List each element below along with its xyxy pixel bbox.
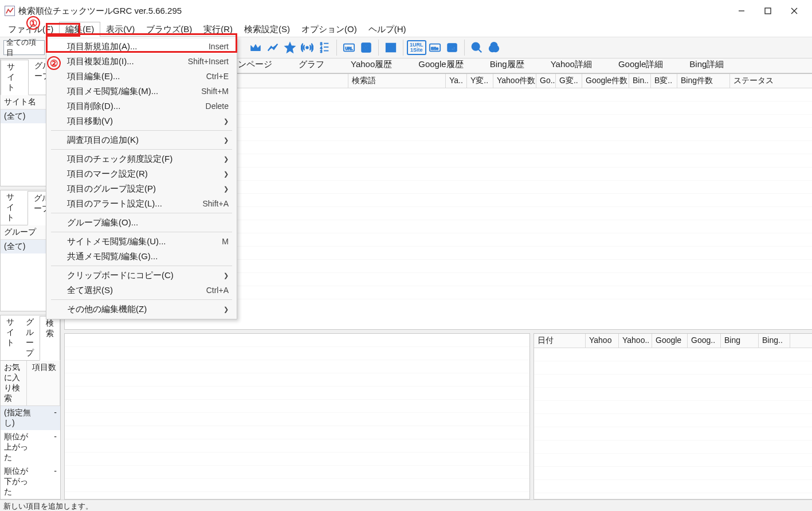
list-item-label: 順位が上がった (4, 432, 34, 463)
url-box-icon[interactable]: URL (340, 39, 358, 56)
menu-search-settings[interactable]: 検索設定(S) (238, 22, 296, 37)
list-item[interactable]: 順位が上がった- (1, 430, 60, 465)
column-header[interactable]: Bing件数 (677, 74, 730, 88)
column-header[interactable]: Y変.. (467, 74, 493, 88)
menu-item[interactable]: 項目メモ閲覧/編集(M)...Shift+M (46, 84, 237, 99)
col-favorite[interactable]: お気に入り検索 (1, 361, 27, 405)
column-header[interactable]: ステータス (730, 74, 812, 88)
menu-item[interactable]: 共通メモ閲覧/編集(G)... (46, 249, 237, 264)
column-header[interactable]: Yahoo (586, 334, 619, 348)
main-tab[interactable]: Google履歴 (405, 56, 476, 73)
menu-item[interactable]: グループ編集(O)... (46, 215, 237, 230)
column-header[interactable]: Bing (721, 334, 759, 348)
filter-combo[interactable]: 全ての項目 (3, 40, 45, 55)
list-item[interactable]: (指定無し)- (1, 406, 60, 430)
numbers-icon[interactable]: 543 (316, 39, 333, 56)
menu-item-shortcut: Shift+M (201, 87, 229, 96)
menu-item[interactable]: サイトメモ閲覧/編集(U)...M (46, 234, 237, 249)
column-header[interactable]: Bin.. (629, 74, 651, 88)
svg-rect-1 (765, 8, 771, 14)
column-header[interactable]: Google (652, 334, 688, 348)
svg-rect-15 (386, 44, 396, 52)
edit-dropdown-menu: 項目新規追加(A)...Insert項目複製追加(I)...Shift+Inse… (46, 36, 237, 319)
menu-item[interactable]: 項目のグループ設定(P)❯ (46, 181, 237, 196)
menu-view[interactable]: 表示(V) (100, 22, 140, 37)
one-url-icon[interactable]: 1URL1Site (407, 40, 426, 55)
menu-item[interactable]: 項目のアラート設定(L)...Shift+A (46, 196, 237, 211)
main-tab[interactable]: Yahoo履歴 (338, 56, 405, 73)
col-count[interactable]: 項目数 (27, 361, 60, 405)
tab-site[interactable]: サイト (1, 315, 20, 360)
main-tab[interactable]: グラフ (285, 56, 338, 73)
menu-item[interactable]: 項目のマーク設定(R)❯ (46, 166, 237, 181)
menu-item[interactable]: 項目編集(E)...Ctrl+E (46, 69, 237, 84)
menu-run[interactable]: 実行(R) (198, 22, 238, 37)
menubar: ファイル(F) 編集(E) 表示(V) ブラウズ(B) 実行(R) 検索設定(S… (0, 22, 812, 37)
maximize-button[interactable] (755, 2, 781, 20)
tab-site[interactable]: サイト (1, 60, 29, 95)
column-header[interactable]: Ya.. (446, 74, 467, 88)
column-header[interactable]: Bing.. (759, 334, 790, 348)
column-header[interactable]: 日付 (534, 334, 586, 348)
menu-item-label: 全て選択(S) (67, 285, 206, 296)
crown-icon[interactable] (247, 39, 264, 56)
column-header[interactable]: Yahoo件数 (493, 74, 536, 88)
svg-text:#: # (364, 44, 368, 52)
tab-site[interactable]: サイト (1, 190, 28, 225)
menu-item-label: 項目のグループ設定(P) (67, 184, 223, 194)
window-icon[interactable] (382, 39, 399, 56)
menu-item[interactable]: 項目新規追加(A)...Insert (46, 39, 237, 54)
star-icon[interactable] (281, 39, 299, 56)
site-box-icon[interactable]: Site (426, 39, 444, 56)
statusbar: 新しい項目を追加します。 (0, 500, 812, 511)
column-header[interactable]: Google件数 (582, 74, 629, 88)
menu-item-label: クリップボードにコピー(C) (67, 270, 223, 281)
tab-search[interactable]: 検索 (40, 316, 60, 361)
menu-item-label: 項目のマーク設定(R) (67, 169, 223, 180)
bottom-left-panel[interactable] (64, 333, 530, 500)
list-item[interactable]: 順位が下がった- (1, 465, 60, 499)
menu-item-label: 項目メモ閲覧/編集(M)... (67, 86, 201, 97)
close-button[interactable] (781, 2, 807, 20)
aa-box-icon[interactable]: Aa (444, 39, 461, 56)
list-item-count: - (34, 466, 57, 497)
menu-item[interactable]: 全て選択(S)Ctrl+A (46, 283, 237, 298)
column-header[interactable]: 検索語 (348, 74, 446, 88)
toolbar-separator (403, 40, 403, 56)
column-header[interactable]: Go.. (536, 74, 556, 88)
column-header[interactable]: G変.. (556, 74, 582, 88)
menu-item[interactable]: 項目複製追加(I)...Shift+Insert (46, 54, 237, 69)
menu-item[interactable]: クリップボードにコピー(C)❯ (46, 268, 237, 283)
menu-item-label: 項目のチェック頻度設定(F) (67, 154, 223, 165)
menu-item[interactable]: 項目削除(D)...Delete (46, 99, 237, 114)
chart-line-icon[interactable] (264, 39, 281, 56)
bottom-right-panel[interactable]: 日付YahooYahoo..GoogleGoog..BingBing.. (534, 333, 812, 500)
menu-options[interactable]: オプション(O) (296, 22, 363, 37)
titlebar: 検索順位チェックツールGRC ver.5.66.295 (0, 0, 812, 22)
column-header[interactable]: B変.. (651, 74, 677, 88)
main-tab[interactable]: Bing詳細 (676, 56, 737, 73)
hash-box-icon[interactable]: # (358, 39, 375, 56)
svg-line-22 (478, 49, 481, 53)
column-header[interactable]: Yahoo.. (619, 334, 652, 348)
menu-item-shortcut: Shift+A (202, 199, 229, 208)
menu-item[interactable]: 調査項目の追加(K)❯ (46, 132, 237, 147)
tab-group[interactable]: グループ (20, 315, 40, 360)
zoom-icon[interactable] (468, 39, 485, 56)
menu-item[interactable]: その他の編集機能(Z)❯ (46, 302, 237, 317)
main-tab[interactable]: Bing履歴 (477, 56, 538, 73)
menu-edit[interactable]: 編集(E) (59, 22, 100, 37)
menu-item[interactable]: 項目移動(V)❯ (46, 114, 237, 128)
menu-help[interactable]: ヘルプ(H) (363, 22, 412, 37)
menu-item[interactable]: 項目のチェック頻度設定(F)❯ (46, 151, 237, 166)
overlap-circles-icon[interactable] (485, 39, 503, 56)
minimize-button[interactable] (728, 2, 755, 20)
main-tab[interactable]: Yahoo詳細 (538, 56, 605, 73)
column-header[interactable]: Goog.. (688, 334, 721, 348)
menu-item-label: 調査項目の追加(K) (67, 135, 223, 146)
submenu-arrow-icon: ❯ (223, 118, 229, 125)
antenna-icon[interactable] (299, 39, 316, 56)
main-tab[interactable]: Google詳細 (605, 56, 676, 73)
filter-combo-label: 全ての項目 (6, 37, 42, 58)
menu-browse[interactable]: ブラウズ(B) (140, 22, 198, 37)
